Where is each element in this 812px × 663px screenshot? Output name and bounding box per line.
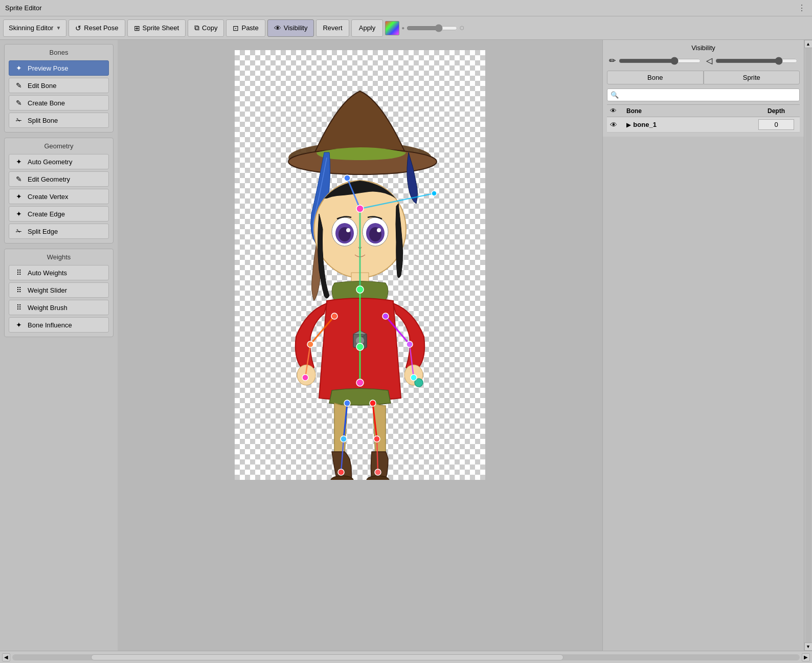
depth-cell [756,119,797,130]
visibility-sliders: ✏ ◁ [607,56,800,65]
bottom-bar: ◀ ▶ [0,651,812,663]
copy-label: Copy [202,24,217,32]
sprite-visibility-slider[interactable] [715,57,798,65]
title-bar: Sprite Editor ⋮ [0,0,812,16]
bone-search-input[interactable] [607,89,800,101]
split-bone-label: Split Bone [28,117,58,124]
create-bone-button[interactable]: ✎ Create Bone [9,95,109,110]
weight-slider-button[interactable]: ⠿ Weight Slider [9,282,109,298]
geometry-section-title: Geometry [9,142,109,150]
reset-pose-icon: ↺ [75,24,81,32]
bone-influence-button[interactable]: ✦ Bone Influence [9,317,109,333]
paste-button[interactable]: ⊡ Paste [226,19,265,37]
weight-brush-button[interactable]: ⠿ Weight Brush [9,300,109,315]
dropdown-arrow-icon: ▼ [56,25,61,31]
svg-point-39 [407,341,413,347]
eye-header-icon: 👁 [610,107,617,115]
paste-label: Paste [241,24,258,32]
expand-bone-icon[interactable]: ▶ [626,122,630,128]
sprite-sheet-label: Sprite Sheet [143,24,179,32]
weight-brush-icon: ⠿ [14,303,24,312]
preview-pose-button[interactable]: ✦ Preview Pose [9,60,109,76]
edit-bone-label: Edit Bone [28,82,56,90]
reset-pose-label: Reset Pose [84,24,118,32]
bone-visibility-slider[interactable] [619,57,701,65]
svg-point-36 [307,341,313,347]
scroll-vertical-track[interactable] [805,48,811,643]
preview-pose-icon: ✦ [14,64,24,72]
edit-bone-button[interactable]: ✎ Edit Bone [9,78,109,93]
copy-icon: ⧉ [194,24,199,32]
sprite-sheet-icon: ⊞ [134,24,140,32]
auto-geometry-icon: ✦ [14,158,24,166]
character-svg [235,50,485,480]
table-header: 👁 Bone Depth [607,104,800,117]
svg-point-38 [382,313,389,319]
eye-column-header: 👁 [610,107,622,115]
paste-icon: ⊡ [233,24,239,32]
preview-pose-label: Preview Pose [28,64,68,72]
color-swatch[interactable] [385,21,399,35]
auto-weights-label: Auto Weights [28,269,67,277]
split-edge-icon: ✁ [14,227,24,235]
toolbar: Skinning Editor ▼ ↺ Reset Pose ⊞ Sprite … [0,16,812,40]
svg-point-47 [344,175,350,181]
svg-point-40 [411,374,417,381]
visibility-label: Visibility [284,24,308,32]
auto-weights-button[interactable]: ⠿ Auto Weights [9,265,109,280]
title-bar-menu-icon[interactable]: ⋮ [798,3,807,13]
create-edge-button[interactable]: ✦ Create Edge [9,206,109,222]
edit-geometry-button[interactable]: ✎ Edit Geometry [9,171,109,187]
main-layout: Bones ✦ Preview Pose ✎ Edit Bone ✎ Creat… [0,40,812,651]
svg-point-35 [331,313,337,319]
sprite-slider-group: ◁ [706,56,798,65]
edit-geometry-icon: ✎ [14,175,24,183]
toolbar-slider-group: ● ⬡ [401,24,464,32]
create-vertex-button[interactable]: ✦ Create Vertex [9,189,109,204]
edit-bone-icon: ✎ [14,81,24,90]
bones-section: Bones ✦ Preview Pose ✎ Edit Bone ✎ Creat… [4,44,114,132]
bones-section-title: Bones [9,49,109,56]
svg-point-41 [344,400,350,406]
bone-depth-input[interactable] [758,119,794,130]
canvas-area[interactable] [118,40,602,651]
copy-button[interactable]: ⧉ Copy [188,19,224,37]
visibility-button[interactable]: 👁 Visibility [267,19,314,37]
svg-point-42 [341,436,347,442]
split-edge-button[interactable]: ✁ Split Edge [9,224,109,239]
weights-section-title: Weights [9,253,109,261]
eye-icon[interactable]: 👁 [610,121,617,129]
revert-label: Revert [323,24,342,32]
weight-slider-icon: ⠿ [14,286,24,294]
bone-tab[interactable]: Bone [607,71,704,84]
weight-slider-label: Weight Slider [28,286,67,294]
auto-geometry-button[interactable]: ✦ Auto Geometry [9,154,109,169]
scroll-left-arrow[interactable]: ◀ [2,653,10,661]
bone-visibility-toggle[interactable]: 👁 [610,121,622,129]
sprite-sheet-button[interactable]: ⊞ Sprite Sheet [127,19,186,37]
toolbar-slider[interactable] [407,24,458,32]
apply-label: Apply [359,24,376,32]
window-title: Sprite Editor [5,4,42,12]
svg-point-33 [356,343,364,350]
slider-left-icon: ● [401,25,404,31]
svg-point-31 [356,205,364,212]
bone-row: 👁 ▶ bone_1 [607,117,800,132]
sprite-tab[interactable]: Sprite [704,71,800,84]
depth-column-header: Depth [756,107,797,115]
bone-name-label: bone_1 [633,121,657,128]
reset-pose-button[interactable]: ↺ Reset Pose [69,19,125,37]
svg-point-48 [432,191,437,196]
apply-button[interactable]: Apply [351,19,384,37]
split-bone-button[interactable]: ✁ Split Bone [9,113,109,128]
horizontal-scroll-thumb[interactable] [91,654,563,660]
scroll-down-arrow[interactable]: ▼ [804,643,813,651]
scroll-up-arrow[interactable]: ▲ [804,40,813,48]
auto-geometry-label: Auto Geometry [28,158,72,166]
skinning-editor-dropdown[interactable]: Skinning Editor ▼ [3,19,66,37]
horizontal-scroll-track[interactable] [12,654,800,660]
scroll-right-arrow[interactable]: ▶ [802,653,810,661]
left-panel: Bones ✦ Preview Pose ✎ Edit Bone ✎ Creat… [0,40,118,651]
revert-button[interactable]: Revert [316,19,349,37]
right-panel: Visibility ✏ ◁ Bone Sprite [602,40,812,651]
